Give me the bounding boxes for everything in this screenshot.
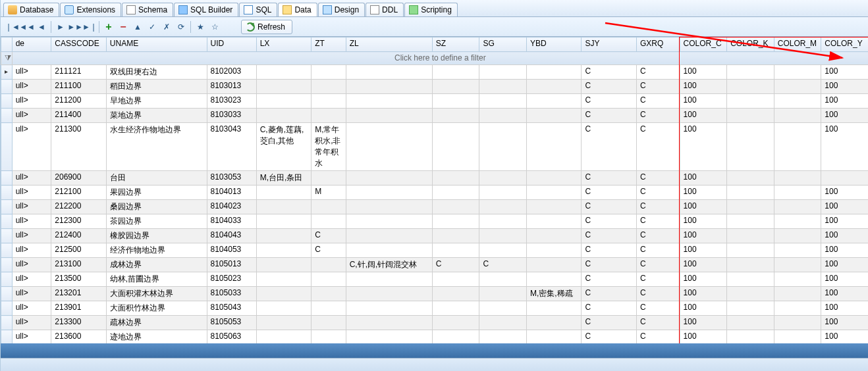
cell[interactable] xyxy=(346,94,432,109)
cell[interactable] xyxy=(526,80,582,94)
cell[interactable] xyxy=(526,123,582,171)
cell[interactable]: C,针,阔,针阔混交林 xyxy=(346,258,432,272)
cell[interactable]: ull> xyxy=(12,94,51,109)
cell[interactable]: 8104043 xyxy=(207,229,256,243)
cell[interactable]: C xyxy=(636,316,680,330)
cell[interactable] xyxy=(432,214,479,229)
cell[interactable] xyxy=(346,243,432,258)
table-row[interactable]: ull>212500经济作物地边界8104053CCC100100 xyxy=(1,243,869,258)
cell[interactable]: C xyxy=(312,243,346,258)
cell[interactable]: 8104033 xyxy=(207,214,256,229)
cell[interactable]: C xyxy=(582,316,637,330)
cell[interactable] xyxy=(256,287,312,301)
cell[interactable] xyxy=(774,258,821,272)
cell[interactable] xyxy=(432,229,479,243)
cell[interactable] xyxy=(774,301,821,316)
cell[interactable]: C,菱角,莲藕,茭白,其他 xyxy=(256,123,312,171)
table-row[interactable]: ull>211300水生经济作物地边界8103043C,菱角,莲藕,茭白,其他M… xyxy=(1,123,869,171)
cell[interactable]: C xyxy=(582,171,637,186)
delete-record-button[interactable]: − xyxy=(117,20,130,34)
cell[interactable]: 100 xyxy=(680,171,727,186)
cell[interactable] xyxy=(774,80,821,94)
cell[interactable]: C xyxy=(582,186,637,200)
cell[interactable]: C xyxy=(582,272,637,287)
cell[interactable]: 100 xyxy=(821,80,868,94)
col-header-color_c[interactable]: COLOR_C xyxy=(680,37,727,52)
cell[interactable]: 100 xyxy=(821,94,868,109)
cell[interactable] xyxy=(312,258,346,272)
cell[interactable] xyxy=(774,94,821,109)
cell[interactable]: 8105063 xyxy=(207,330,256,344)
cell[interactable] xyxy=(526,243,582,258)
cell[interactable] xyxy=(256,109,312,123)
cell[interactable] xyxy=(312,316,346,330)
cell[interactable]: 100 xyxy=(680,287,727,301)
cell[interactable]: M,密集,稀疏 xyxy=(526,287,582,301)
filter-placeholder[interactable]: Click here to define a filter xyxy=(12,52,868,65)
cell[interactable] xyxy=(479,330,527,344)
table-row[interactable]: ull>206900台田8103053M,台田,条田CC100 xyxy=(1,171,869,186)
cell[interactable] xyxy=(774,186,821,200)
cell[interactable] xyxy=(346,186,432,200)
cell[interactable] xyxy=(346,301,432,316)
cell[interactable] xyxy=(526,301,582,316)
next-record-button[interactable]: ► xyxy=(54,20,67,34)
table-row[interactable]: ull>213300疏林边界8105053CC100100 xyxy=(1,316,869,330)
cell[interactable]: 大面积灌木林边界 xyxy=(106,287,207,301)
cell[interactable] xyxy=(526,272,582,287)
cell[interactable]: 213300 xyxy=(51,316,107,330)
cell[interactable] xyxy=(526,200,582,214)
tab-data[interactable]: Data xyxy=(278,3,317,16)
cell[interactable]: M xyxy=(312,186,346,200)
cell[interactable] xyxy=(526,186,582,200)
cell[interactable] xyxy=(526,258,582,272)
cell[interactable] xyxy=(727,316,774,330)
col-header-zt[interactable]: ZT xyxy=(312,37,346,52)
cell[interactable]: 8103023 xyxy=(207,94,256,109)
cell[interactable] xyxy=(256,65,312,80)
cell[interactable]: 100 xyxy=(821,243,868,258)
cell[interactable] xyxy=(774,316,821,330)
cell[interactable]: 橡胶园边界 xyxy=(106,229,207,243)
cell[interactable]: 100 xyxy=(821,330,868,344)
cell[interactable]: C xyxy=(582,214,637,229)
prev-page-button[interactable]: ◄◄ xyxy=(20,20,34,34)
cell[interactable] xyxy=(256,80,312,94)
cell[interactable]: C xyxy=(582,301,637,316)
cell[interactable] xyxy=(312,80,346,94)
cell[interactable]: 8104013 xyxy=(207,186,256,200)
cell[interactable] xyxy=(432,243,479,258)
cell[interactable] xyxy=(432,171,479,186)
cell[interactable] xyxy=(727,94,774,109)
cell[interactable]: C xyxy=(636,94,680,109)
cell[interactable] xyxy=(256,316,312,330)
cell[interactable] xyxy=(479,316,527,330)
cell[interactable]: C xyxy=(636,109,680,123)
cell[interactable] xyxy=(774,109,821,123)
cell[interactable] xyxy=(479,229,527,243)
cell[interactable]: 经济作物地边界 xyxy=(106,243,207,258)
tab-sql[interactable]: SQL xyxy=(239,3,277,16)
edit-record-button[interactable]: ▲ xyxy=(131,20,144,34)
cell[interactable]: C xyxy=(636,186,680,200)
cell[interactable] xyxy=(774,65,821,80)
cell[interactable]: 100 xyxy=(680,330,727,344)
cell[interactable] xyxy=(432,316,479,330)
cell[interactable]: 迹地边界 xyxy=(106,330,207,344)
bookmark-button[interactable]: ★ xyxy=(194,20,207,34)
cell[interactable]: 211200 xyxy=(51,94,107,109)
cell[interactable] xyxy=(774,229,821,243)
table-row[interactable]: ull>212400橡胶园边界8104043CCC100100 xyxy=(1,229,869,243)
cell[interactable] xyxy=(526,65,582,80)
tab-ddl[interactable]: DDL xyxy=(366,3,404,16)
cell[interactable]: ull> xyxy=(12,123,51,171)
cell[interactable] xyxy=(256,272,312,287)
cell[interactable] xyxy=(312,109,346,123)
cell[interactable] xyxy=(312,171,346,186)
cell[interactable] xyxy=(727,301,774,316)
cell[interactable]: ull> xyxy=(12,287,51,301)
cell[interactable] xyxy=(432,301,479,316)
cell[interactable] xyxy=(432,272,479,287)
cell[interactable] xyxy=(432,287,479,301)
cell[interactable]: C xyxy=(636,80,680,94)
